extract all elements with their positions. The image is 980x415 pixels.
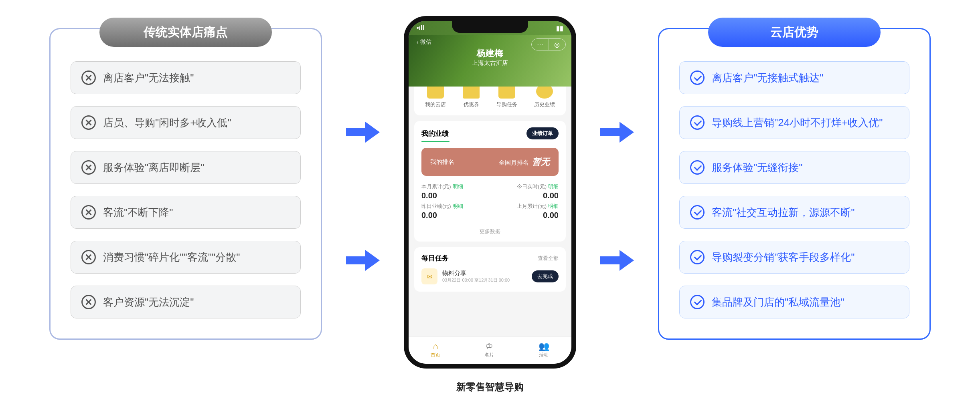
stat-value: 0.00 [421,191,488,200]
tab-label: 名片 [484,352,494,359]
crown-icon: ♔ [484,342,494,351]
stat-value: 0.00 [492,191,559,200]
phone-notch [452,21,528,33]
tab-home[interactable]: ⌂首页 [431,342,440,359]
tab-label: 活动 [539,352,549,359]
rank-label: 我的排名 [430,158,454,166]
check-icon [690,205,705,220]
pain-item: 店员、导购"闲时多+收入低" [71,106,301,139]
capsule-close-icon[interactable]: ◎ [549,39,566,50]
x-icon [81,250,96,264]
miniprogram-capsule[interactable]: ⋯ ◎ [531,38,566,50]
pain-item: 客户资源"无法沉淀" [71,286,301,318]
piggy-icon [536,87,553,99]
pain-text: 消费习惯"碎片化""客流""分散" [103,250,240,264]
advantage-item: 导购裂变分销"获客手段多样化" [679,241,909,274]
pain-item: 客流"不断下降" [71,196,301,229]
view-all-link[interactable]: 查看全部 [538,255,559,262]
task-name: 物料分享 [442,270,510,277]
pain-text: 服务体验"离店即断层" [103,161,204,175]
wechat-back-label: 微信 [420,38,431,46]
quick-task[interactable]: 导购任务 [496,87,517,108]
capsule-more-icon[interactable]: ⋯ [532,39,549,50]
advantage-item: 服务体验"无缝衔接" [679,151,909,184]
arrows-right [600,16,634,272]
x-icon [81,115,96,130]
stat-last-month[interactable]: 上月累计(元)明细 0.00 [492,203,559,220]
left-panel: 传统实体店痛点 离店客户"无法接触" 店员、导购"闲时多+收入低" 服务体验"离… [49,16,322,340]
advantage-item: 集品牌及门店的"私域流量池" [679,286,909,318]
quick-history[interactable]: 历史业绩 [534,87,555,108]
stat-detail: 明细 [453,183,463,189]
rank-card[interactable]: 我的排名 全国月排名暂无 [421,148,559,176]
ticket-icon [463,87,480,99]
bag-icon [427,87,444,99]
tab-activity[interactable]: 👥活动 [539,342,549,359]
stat-detail: 明细 [453,203,463,209]
arrow-icon [600,248,634,272]
x-icon [81,71,96,85]
phone-mockup: •ıll 14:36 ▮▮ ‹ 微信 ⋯ ◎ 杨建梅 上海太古汇店 我的云店 优… [404,16,576,369]
list-icon [498,87,515,99]
tab-bar: ⌂首页 ♔名片 👥活动 [409,336,571,364]
pain-text: 店员、导购"闲时多+收入低" [103,116,231,130]
home-icon: ⌂ [431,342,440,351]
title-underline [421,141,450,142]
quick-label: 我的云店 [425,101,446,108]
quick-label: 优惠券 [463,101,480,108]
arrows-left [346,16,380,272]
daily-task-card: 每日任务 查看全部 ✉ 物料分享 03月22日 00:00 至12月31日 00… [414,247,566,292]
tab-card[interactable]: ♔名片 [484,342,494,359]
check-icon [690,71,705,85]
phone-caption: 新零售智慧导购 [456,381,524,393]
app-header: ‹ 微信 ⋯ ◎ 杨建梅 上海太古汇店 [409,35,571,87]
right-panel-title: 云店优势 [708,18,881,47]
arrow-icon [346,248,380,272]
rank-scope: 全国月排名 [499,159,529,166]
task-go-button[interactable]: 去完成 [532,270,559,282]
stat-label: 上月累计(元) [517,203,547,209]
x-icon [81,160,96,175]
advantage-item: 离店客户"无接触式触达" [679,61,909,94]
quick-label: 导购任务 [496,101,517,108]
stat-label: 本月累计(元) [421,183,451,189]
more-data-link[interactable]: 更多数据 [414,224,566,242]
daily-title: 每日任务 [421,254,449,263]
stat-value: 0.00 [421,211,488,220]
stat-label: 昨日业绩(元) [421,203,451,209]
status-signal-icon: •ıll [417,24,424,32]
quick-my-store[interactable]: 我的云店 [425,87,446,108]
task-row: ✉ 物料分享 03月22日 00:00 至12月31日 00:00 去完成 [414,267,566,292]
rank-value: 暂无 [532,157,550,167]
x-icon [81,205,96,220]
performance-orders-button[interactable]: 业绩订单 [526,127,559,139]
advantage-text: 集品牌及门店的"私域流量池" [712,295,844,309]
stat-label: 今日实时(元) [517,183,547,189]
quick-coupon[interactable]: 优惠券 [463,87,480,108]
stat-today[interactable]: 今日实时(元)明细 0.00 [492,183,559,200]
advantage-text: 服务体验"无缝衔接" [712,161,802,175]
task-time: 03月22日 00:00 至12月31日 00:00 [442,277,510,283]
stat-detail: 明细 [548,183,559,189]
quick-actions: 我的云店 优惠券 导购任务 历史业绩 [414,87,566,115]
right-panel: 云店优势 离店客户"无接触式触达" 导购线上营销"24小时不打烊+收入优" 服务… [658,16,931,340]
pain-item: 服务体验"离店即断层" [71,151,301,184]
advantage-item: 客流"社交互动拉新，源源不断" [679,196,909,229]
chat-icon: ✉ [421,268,437,284]
pain-item: 消费习惯"碎片化""客流""分散" [71,241,301,274]
stat-value: 0.00 [492,211,559,220]
stat-month[interactable]: 本月累计(元)明细 0.00 [421,183,488,200]
performance-card: 我的业绩 业绩订单 我的排名 全国月排名暂无 本月累计(元)明细 0.00 [414,121,566,242]
arrow-icon [600,120,634,144]
stat-yesterday[interactable]: 昨日业绩(元)明细 0.00 [421,203,488,220]
tab-label: 首页 [431,352,440,359]
left-panel-title: 传统实体店痛点 [99,18,272,47]
advantage-text: 导购裂变分销"获客手段多样化" [712,250,854,264]
performance-title: 我的业绩 [421,129,449,138]
pain-text: 离店客户"无法接触" [103,71,194,85]
advantage-text: 离店客户"无接触式触达" [712,71,823,85]
user-store: 上海太古汇店 [417,59,563,67]
pain-item: 离店客户"无法接触" [71,61,301,94]
people-icon: 👥 [539,342,549,351]
advantage-text: 导购线上营销"24小时不打烊+收入优" [712,116,883,130]
